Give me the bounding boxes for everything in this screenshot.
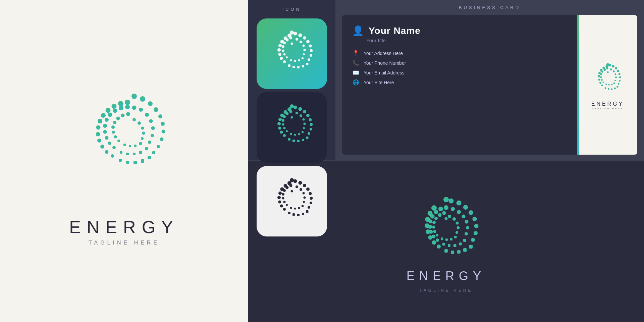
- svg-point-279: [442, 211, 446, 215]
- svg-rect-213: [605, 84, 607, 85]
- svg-point-214: [602, 81, 604, 83]
- location-icon: 📍: [352, 50, 360, 56]
- svg-rect-272: [441, 237, 443, 240]
- main-logo-svg: [60, 76, 188, 204]
- svg-point-1: [140, 96, 145, 102]
- svg-point-2: [148, 101, 153, 106]
- svg-point-276: [432, 221, 436, 224]
- svg-point-90: [303, 45, 305, 47]
- svg-rect-13: [126, 161, 129, 164]
- svg-point-91: [304, 49, 306, 51]
- svg-rect-12: [133, 161, 137, 164]
- svg-rect-212: [608, 84, 609, 85]
- svg-point-79: [283, 60, 286, 63]
- icon-white-box: [257, 166, 327, 236]
- svg-point-266: [456, 222, 459, 225]
- svg-point-30: [151, 126, 155, 130]
- svg-rect-195: [604, 87, 606, 89]
- svg-rect-270: [450, 238, 452, 240]
- phone-icon: 📞: [352, 60, 360, 66]
- svg-rect-78: [288, 64, 290, 67]
- svg-rect-230: [469, 245, 473, 249]
- svg-point-278: [438, 213, 442, 217]
- svg-rect-173: [294, 208, 296, 210]
- svg-point-142: [289, 110, 292, 113]
- svg-point-204: [606, 63, 609, 66]
- svg-point-143: [291, 116, 293, 119]
- svg-point-243: [443, 197, 449, 202]
- svg-point-275: [432, 226, 435, 229]
- svg-rect-234: [444, 249, 448, 253]
- svg-point-0: [131, 94, 137, 99]
- svg-point-209: [614, 79, 615, 81]
- svg-point-28: [145, 113, 149, 117]
- svg-point-20: [96, 125, 101, 130]
- svg-point-157: [283, 208, 286, 211]
- svg-point-16: [105, 150, 109, 154]
- svg-rect-10: [148, 156, 151, 159]
- icon-gradient-box: [257, 18, 327, 89]
- svg-point-19: [96, 132, 100, 137]
- svg-point-160: [277, 196, 281, 199]
- svg-rect-251: [459, 243, 462, 246]
- svg-point-110: [310, 123, 313, 126]
- svg-rect-54: [139, 142, 142, 145]
- svg-rect-232: [457, 250, 461, 254]
- svg-point-24: [112, 104, 117, 109]
- svg-point-88: [296, 38, 298, 41]
- svg-point-248: [466, 226, 469, 229]
- svg-point-100: [282, 45, 284, 48]
- right-panel: ICON: [248, 0, 644, 322]
- svg-point-9: [152, 151, 155, 154]
- svg-point-222: [449, 199, 454, 204]
- svg-point-141: [286, 112, 289, 115]
- bc-back-tagline: TAGLINE HERE: [419, 288, 473, 293]
- svg-point-50: [138, 121, 141, 125]
- icon-dark-svg: [263, 99, 320, 156]
- svg-point-65: [126, 112, 130, 116]
- svg-point-244: [451, 207, 455, 211]
- svg-point-247: [465, 220, 469, 224]
- svg-point-159: [278, 201, 281, 204]
- svg-point-105: [293, 106, 297, 109]
- svg-point-26: [125, 100, 130, 105]
- svg-rect-192: [614, 88, 615, 89]
- svg-point-109: [309, 118, 312, 121]
- bc-address-row: 📍 Your Address Here: [352, 50, 567, 56]
- svg-point-67: [299, 34, 302, 37]
- svg-point-82: [277, 48, 281, 52]
- svg-rect-233: [451, 251, 454, 254]
- svg-point-61: [111, 125, 115, 129]
- svg-rect-37: [120, 151, 122, 154]
- svg-rect-133: [298, 133, 300, 135]
- svg-point-4: [158, 114, 162, 118]
- svg-point-146: [303, 184, 306, 187]
- svg-rect-75: [302, 65, 304, 67]
- svg-point-165: [290, 178, 294, 182]
- svg-point-122: [278, 118, 282, 121]
- svg-rect-14: [119, 159, 122, 162]
- svg-point-274: [433, 230, 436, 233]
- svg-point-262: [438, 207, 443, 211]
- bc-contact-list: 📍 Your Address Here 📞 Your Phone Number …: [352, 50, 567, 86]
- svg-point-62: [113, 121, 116, 124]
- bc-website: Your Site Here: [364, 80, 394, 85]
- svg-rect-253: [448, 244, 450, 247]
- svg-point-47: [125, 105, 130, 109]
- svg-point-226: [473, 217, 477, 221]
- svg-rect-211: [611, 84, 612, 85]
- svg-rect-250: [463, 239, 466, 242]
- svg-point-3: [154, 107, 158, 112]
- svg-point-83: [278, 44, 282, 47]
- svg-rect-152: [306, 210, 309, 213]
- svg-point-42: [103, 124, 107, 128]
- svg-point-268: [455, 231, 458, 234]
- svg-point-198: [598, 78, 600, 80]
- svg-rect-115: [297, 140, 300, 142]
- svg-point-66: [293, 32, 297, 36]
- svg-rect-95: [294, 60, 296, 62]
- svg-point-87: [290, 31, 294, 35]
- bc-phone-row: 📞 Your Phone Number: [352, 60, 567, 66]
- svg-point-145: [299, 181, 302, 185]
- svg-point-40: [105, 136, 109, 140]
